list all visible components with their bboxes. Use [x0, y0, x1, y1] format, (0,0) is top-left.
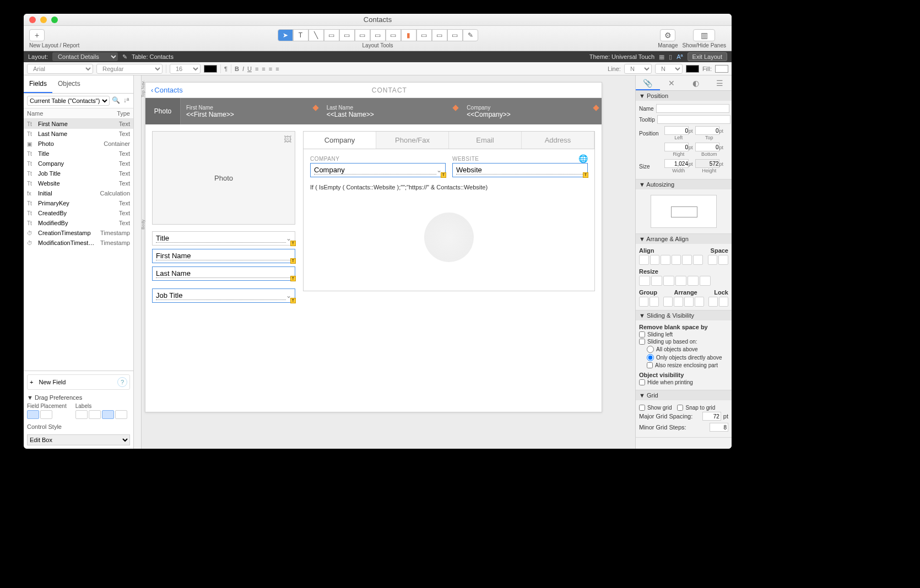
layout-page[interactable]: ‹ Contacts CONTACT Photo First Name<<Fir… [145, 82, 602, 412]
photo-field[interactable]: 🖼 Photo [152, 131, 295, 225]
only-above-radio[interactable] [647, 354, 654, 361]
format-painter-tool[interactable]: ✎ [463, 29, 478, 41]
tab-email[interactable]: Email [449, 132, 522, 149]
inspector-tab-position[interactable]: 📎 [636, 75, 660, 90]
size-select[interactable]: 16 pt [170, 64, 201, 74]
help-icon[interactable]: ? [117, 377, 127, 387]
line-color-swatch[interactable] [686, 65, 699, 73]
resize-5[interactable] [688, 276, 699, 286]
all-above-radio[interactable] [647, 346, 654, 353]
aa-icon[interactable]: Aª [677, 53, 683, 60]
manage-button[interactable]: ⚙ [660, 29, 675, 41]
webview-tool[interactable]: ▭ [416, 29, 432, 41]
pos-right-input[interactable] [664, 143, 689, 151]
line-style-select[interactable]: None [624, 64, 652, 74]
company-field[interactable]: Company⌄T [310, 163, 446, 177]
rect-tool[interactable]: ▭ [324, 29, 339, 41]
resize-3[interactable] [663, 276, 674, 286]
snap-grid-check[interactable] [677, 405, 683, 411]
pos-bottom-input[interactable] [695, 143, 719, 151]
label-opt-4[interactable] [115, 410, 127, 419]
line-tool[interactable]: ╲ [309, 29, 324, 41]
text-color-swatch[interactable] [204, 65, 217, 73]
underline-button[interactable]: U [247, 66, 252, 72]
portal-tool[interactable]: ▭ [386, 29, 401, 41]
resize-2[interactable] [651, 276, 662, 286]
part-tool[interactable]: ▭ [447, 29, 463, 41]
also-resize-check[interactable] [647, 362, 653, 368]
table-select[interactable]: Current Table ("Contacts") [27, 96, 110, 106]
unlock-btn[interactable] [719, 297, 728, 307]
title-field[interactable]: Title⌄T [152, 231, 295, 246]
major-grid-input[interactable] [702, 412, 721, 421]
website-field[interactable]: WebsiteT [452, 163, 588, 177]
tab-fields[interactable]: Fields [24, 75, 52, 93]
pointer-tool[interactable]: ➤ [278, 29, 293, 41]
indent-icon[interactable]: ¶ [224, 66, 228, 72]
calc-text[interactable]: If ( IsEmpty ( Contacts::Website );"";"h… [310, 184, 588, 190]
inspector-tab-data[interactable]: ☰ [708, 75, 732, 90]
autosize-control[interactable] [651, 195, 717, 228]
new-layout-button[interactable]: + [29, 29, 45, 41]
bkwd-btn[interactable] [695, 297, 704, 307]
bold-button[interactable]: B [235, 66, 239, 72]
space-v-btn[interactable] [718, 255, 728, 265]
group-btn[interactable] [639, 297, 648, 307]
tab-address[interactable]: Address [522, 132, 594, 149]
exit-layout-button[interactable]: Exit Layout [688, 52, 727, 61]
new-field-button[interactable]: + New Field ? [27, 374, 130, 390]
italic-button[interactable]: I [242, 66, 244, 72]
field-row[interactable]: ⏱ModificationTimesta…Timestamp [24, 238, 133, 248]
align-right-button[interactable]: ≡ [269, 66, 272, 72]
photo-cell[interactable]: Photo [145, 98, 181, 124]
weight-select[interactable]: Regular [96, 64, 163, 74]
popover-tool[interactable]: ▭ [432, 29, 447, 41]
chart-tool[interactable]: ▮ [401, 29, 416, 41]
align-mid-btn[interactable] [682, 255, 692, 265]
button-tool[interactable]: ▭ [355, 29, 370, 41]
layout-select[interactable]: Contact Details [52, 52, 118, 61]
tooltip-input[interactable] [657, 115, 730, 124]
ungroup-btn[interactable] [650, 297, 659, 307]
align-left-button[interactable]: ≡ [255, 66, 258, 72]
label-opt-2[interactable] [89, 410, 101, 419]
field-row[interactable]: TtCompanyText [24, 159, 133, 168]
pos-top-input[interactable] [695, 126, 719, 135]
text-tool[interactable]: T [293, 29, 309, 41]
device-icon[interactable]: ▯ [669, 53, 672, 61]
tab-phone[interactable]: Phone/Fax [376, 132, 449, 149]
placement-horiz[interactable] [27, 410, 39, 419]
field-row[interactable]: fxInitialCalculation [24, 188, 133, 198]
part-label-topnav[interactable]: Top Nav. [140, 80, 145, 97]
font-select[interactable]: Arial [27, 64, 93, 74]
name-input[interactable] [656, 104, 729, 113]
field-row[interactable]: TtWebsiteText [24, 178, 133, 188]
globe-icon[interactable]: 🌐 [578, 154, 588, 163]
search-icon[interactable]: 🔍 [112, 96, 120, 105]
width-input[interactable] [664, 159, 689, 168]
resize-4[interactable] [675, 276, 686, 286]
control-style-select[interactable]: Edit Box [27, 434, 130, 445]
part-label-body[interactable]: Body [140, 220, 145, 230]
pos-left-input[interactable] [664, 126, 689, 135]
lock-btn[interactable] [708, 297, 718, 307]
placement-vert[interactable] [40, 410, 52, 419]
sort-icon[interactable]: ↓ª [122, 96, 130, 105]
field-row[interactable]: TtFirst NameText [24, 119, 133, 129]
field-row[interactable]: TtCreatedByText [24, 208, 133, 218]
webviewer-placeholder[interactable] [424, 213, 474, 262]
firstname-field[interactable]: First NameT [152, 249, 295, 263]
align-bot-btn[interactable] [693, 255, 703, 265]
resize-6[interactable] [700, 276, 711, 286]
label-opt-3[interactable] [102, 410, 114, 419]
minor-grid-input[interactable] [710, 423, 728, 432]
drag-prefs-header[interactable]: ▼ Drag Preferences [27, 394, 130, 401]
back-btn[interactable] [684, 297, 694, 307]
fill-color-swatch[interactable] [715, 65, 728, 73]
slide-left-check[interactable] [639, 331, 645, 337]
col-type[interactable]: Type [98, 108, 133, 118]
section-sliding[interactable]: ▼ Sliding & Visibility [636, 311, 732, 320]
align-center-button[interactable]: ≡ [262, 66, 265, 72]
align-justify-button[interactable]: ≡ [275, 66, 279, 72]
align-left-btn[interactable] [639, 255, 649, 265]
